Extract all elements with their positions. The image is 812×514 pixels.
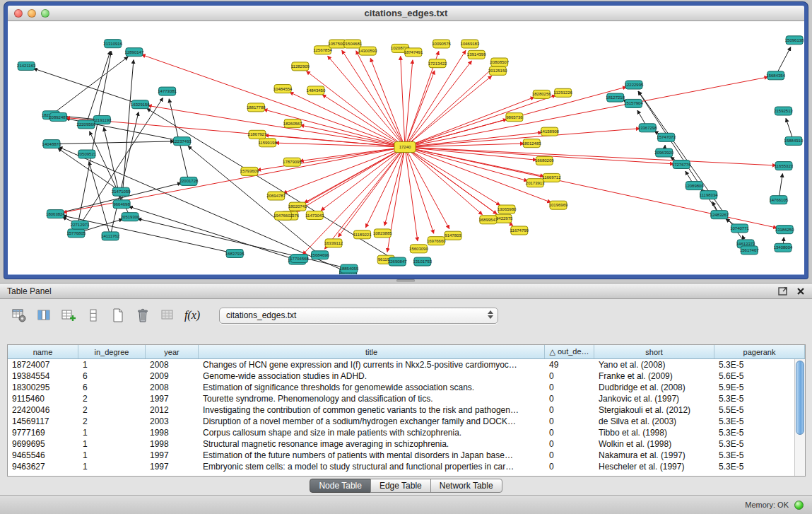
graph-node[interactable]: 15884910 bbox=[784, 136, 804, 145]
graph-node[interactable]: 16329156 bbox=[131, 100, 150, 109]
graph-node[interactable]: 9865736 bbox=[506, 113, 523, 122]
graph-node[interactable]: 11599198 bbox=[258, 139, 277, 147]
tab-network-table[interactable]: Network Table bbox=[430, 479, 502, 493]
close-panel-button[interactable] bbox=[796, 287, 805, 296]
graph-node[interactable]: 12237493 bbox=[172, 137, 192, 146]
graph-node[interactable]: 21471059 bbox=[112, 187, 131, 196]
graph-node[interactable]: 18127218 bbox=[606, 93, 625, 102]
graph-edge[interactable] bbox=[405, 147, 500, 205]
graph-node[interactable]: 18012483 bbox=[522, 139, 541, 148]
graph-node[interactable]: 14766105 bbox=[769, 196, 788, 204]
graph-node[interactable]: 15684696 bbox=[310, 251, 329, 259]
graph-node[interactable]: 19476602 bbox=[273, 211, 293, 220]
graph-edge[interactable] bbox=[339, 147, 405, 237]
column-header-name[interactable]: name bbox=[8, 345, 78, 358]
graph-node[interactable]: 14111762 bbox=[101, 232, 119, 240]
graph-node[interactable]: 14300593 bbox=[358, 47, 377, 55]
graph-node[interactable]: 17704568 bbox=[290, 255, 309, 263]
graph-node[interactable]: 11291226 bbox=[554, 88, 573, 97]
graph-edge[interactable] bbox=[51, 57, 128, 115]
graph-node[interactable]: 18817788 bbox=[247, 103, 266, 112]
graph-edge[interactable] bbox=[405, 147, 418, 241]
graph-node[interactable]: 11655323 bbox=[775, 162, 794, 170]
graph-edge[interactable] bbox=[138, 218, 349, 269]
graph-node[interactable]: 11189221 bbox=[353, 230, 372, 239]
table-row[interactable]: 1830029562008Estimation of significance … bbox=[8, 382, 794, 393]
table-panel-titlebar[interactable]: Table Panel bbox=[0, 284, 812, 299]
graph-node[interactable]: 17879095 bbox=[283, 158, 302, 166]
graph-node[interactable]: 13186250 bbox=[775, 226, 794, 234]
network-canvas[interactable]: 1801248316680209116697122017391310196969… bbox=[8, 21, 804, 274]
table-source-combo[interactable]: citations_edges.txt bbox=[219, 308, 498, 324]
graph-node[interactable]: 20808507 bbox=[490, 58, 509, 66]
column-header-pagerank[interactable]: pagerank bbox=[714, 345, 805, 358]
table-scrollbar[interactable] bbox=[794, 359, 805, 476]
row-options-button[interactable] bbox=[84, 306, 102, 325]
graph-edge[interactable] bbox=[384, 147, 405, 226]
graph-node[interactable]: 21867927 bbox=[248, 130, 267, 139]
graph-node[interactable]: 11198334 bbox=[700, 191, 718, 199]
graph-node[interactable]: 9664698 bbox=[113, 200, 130, 209]
window-titlebar[interactable]: citations_edges.txt bbox=[8, 6, 804, 21]
table-row[interactable]: 1938455462009Genome-wide association stu… bbox=[8, 370, 794, 382]
table-row[interactable]: 946554611997Estimation of the future num… bbox=[8, 450, 794, 461]
merge-table-button[interactable] bbox=[158, 306, 177, 325]
minimize-window-button[interactable] bbox=[28, 9, 36, 18]
graph-node[interactable]: 18280256 bbox=[532, 90, 551, 98]
graph-edge[interactable] bbox=[257, 147, 405, 170]
new-table-button[interactable] bbox=[109, 306, 127, 325]
graph-node[interactable]: 14048870 bbox=[42, 140, 61, 148]
graph-edge[interactable] bbox=[405, 77, 768, 147]
graph-node[interactable]: 15747073 bbox=[657, 133, 676, 141]
graph-node[interactable]: 12890147 bbox=[125, 48, 144, 57]
graph-node[interactable]: 16837935 bbox=[225, 250, 245, 258]
column-header-out_de[interactable]: △ out_de… bbox=[545, 345, 594, 358]
show-columns-button[interactable] bbox=[35, 306, 53, 325]
graph-node[interactable]: 9147803 bbox=[445, 231, 461, 240]
graph-node[interactable]: 16680209 bbox=[535, 156, 554, 165]
create-column-button[interactable] bbox=[59, 306, 78, 325]
graph-node[interactable]: 13914399 bbox=[467, 50, 486, 59]
graph-edge[interactable] bbox=[322, 95, 405, 147]
graph-edge[interactable] bbox=[89, 162, 110, 236]
graph-node[interactable]: 13065980 bbox=[498, 205, 517, 214]
graph-node[interactable]: 12089800 bbox=[685, 182, 704, 190]
network-graph[interactable]: 1801248316680209116697122017391310196969… bbox=[8, 21, 804, 274]
graph-node[interactable]: 12222995 bbox=[625, 81, 644, 89]
graph-node[interactable]: 18020741 bbox=[288, 202, 307, 211]
graph-node[interactable]: 18854055 bbox=[340, 264, 359, 273]
graph-node[interactable]: 15684354 bbox=[766, 71, 785, 80]
graph-node[interactable]: 17213422 bbox=[428, 59, 447, 68]
graph-node[interactable]: 14158908 bbox=[540, 127, 559, 136]
table-row[interactable]: 1872400712008Changes of HCN gene express… bbox=[8, 359, 794, 370]
graph-node[interactable]: 10469183 bbox=[461, 40, 480, 48]
graph-node[interactable]: 22001728 bbox=[180, 177, 199, 185]
graph-node[interactable]: 11473043 bbox=[305, 211, 324, 220]
graph-node[interactable]: 15776805 bbox=[66, 229, 86, 238]
graph-node[interactable]: 20125150 bbox=[488, 66, 507, 75]
graph-node[interactable]: 11669712 bbox=[542, 173, 561, 182]
graph-edge[interactable] bbox=[405, 76, 492, 147]
graph-node[interactable]: 10484554 bbox=[273, 85, 293, 93]
graph-edge[interactable] bbox=[405, 71, 435, 147]
graph-edge[interactable] bbox=[76, 52, 112, 233]
graph-node[interactable]: 14843450 bbox=[307, 86, 326, 95]
graph-node[interactable]: 15603090 bbox=[409, 245, 428, 253]
graph-edge[interactable] bbox=[276, 143, 405, 147]
graph-node[interactable]: 22209566 bbox=[77, 120, 96, 129]
table-row[interactable]: 2242004622012Investigating the contribut… bbox=[8, 404, 794, 416]
table-row[interactable]: 946362711997Embryonic stem cells: a mode… bbox=[8, 461, 794, 472]
graph-edge[interactable] bbox=[122, 60, 134, 204]
graph-node[interactable]: 15096138 bbox=[785, 36, 804, 45]
delete-table-button[interactable] bbox=[134, 306, 152, 325]
graph-node[interactable]: 20173913 bbox=[526, 179, 545, 187]
split-grip[interactable] bbox=[396, 279, 415, 282]
zoom-window-button[interactable] bbox=[41, 9, 49, 18]
graph-node[interactable]: 13101753 bbox=[413, 257, 432, 266]
close-window-button[interactable] bbox=[14, 9, 23, 18]
graph-node[interactable]: 16899547 bbox=[478, 216, 498, 224]
graph-node[interactable]: 20509521 bbox=[77, 150, 96, 158]
graph-node[interactable]: 10740771 bbox=[730, 224, 749, 233]
column-header-in_degree[interactable]: in_degree bbox=[78, 345, 146, 358]
float-panel-button[interactable] bbox=[778, 286, 788, 296]
